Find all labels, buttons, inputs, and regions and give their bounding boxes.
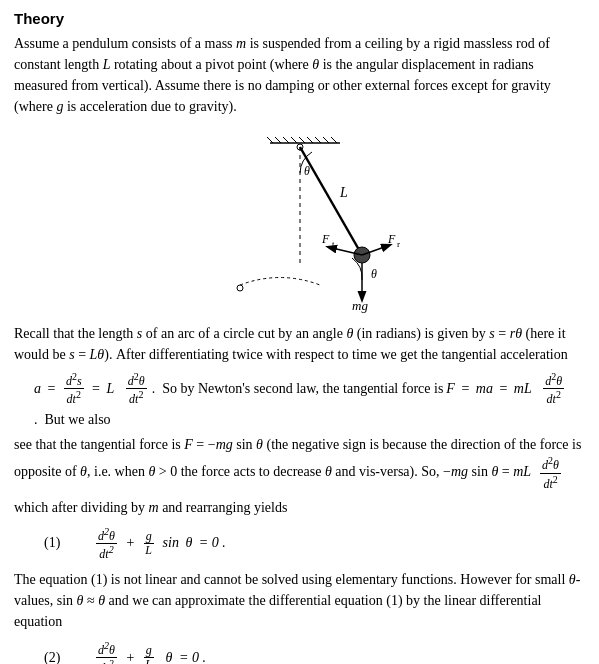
svg-text:θ: θ <box>304 164 310 178</box>
svg-text:F: F <box>321 232 330 246</box>
recall-paragraph: Recall that the length s of an arc of a … <box>14 323 585 365</box>
eq2-content: d2θ dt2 + g L θ = 0 . <box>94 640 206 664</box>
svg-line-8 <box>323 137 329 143</box>
svg-point-25 <box>237 285 243 291</box>
svg-line-5 <box>299 137 305 143</box>
section-title: Theory <box>14 10 585 27</box>
pendulum-diagram: L θ mg F t F r θ <box>14 125 585 315</box>
eq1-number: (1) <box>44 535 94 551</box>
accel-equation-paragraph: a = d2s dt2 = L d2θ dt2 . So by Newton's… <box>14 371 585 430</box>
svg-text:L: L <box>339 185 348 200</box>
equation-2-block: (2) d2θ dt2 + g L θ = 0 . <box>14 640 585 664</box>
svg-text:r: r <box>397 239 400 249</box>
eq1-note-paragraph: The equation (1) is not linear and canno… <box>14 569 585 632</box>
svg-text:mg: mg <box>352 298 368 313</box>
svg-line-7 <box>315 137 321 143</box>
equation-1-block: (1) d2θ dt2 + g L sin θ = 0 . <box>14 526 585 561</box>
svg-line-4 <box>291 137 297 143</box>
svg-line-2 <box>275 137 281 143</box>
eq2-number: (2) <box>44 650 94 664</box>
svg-line-1 <box>267 137 273 143</box>
eq1-content: d2θ dt2 + g L sin θ = 0 . <box>94 526 226 561</box>
svg-line-9 <box>331 137 337 143</box>
svg-line-3 <box>283 137 289 143</box>
dividing-paragraph: which after dividing by m and rearrangin… <box>14 497 585 518</box>
svg-text:t: t <box>332 239 335 249</box>
svg-text:F: F <box>387 232 396 246</box>
intro-paragraph: Assume a pendulum consists of a mass m i… <box>14 33 585 117</box>
svg-text:θ: θ <box>371 267 377 281</box>
svg-line-6 <box>307 137 313 143</box>
tangential-force-paragraph: see that the tangential force is F = −mg… <box>14 434 585 490</box>
